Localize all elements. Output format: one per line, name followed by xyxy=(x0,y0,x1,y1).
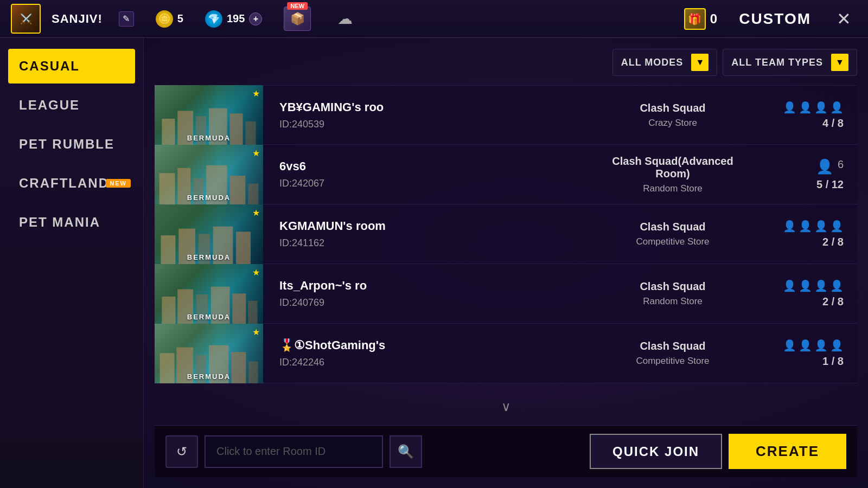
player-count: 2 / 8 xyxy=(822,296,844,308)
star-icon: ★ xyxy=(252,267,260,278)
player-icon: 👤 xyxy=(830,279,844,292)
player-icons: 👤 👤 👤 👤 xyxy=(783,279,844,292)
quick-join-label: QUICK JOIN xyxy=(612,444,699,459)
star-icon: ★ xyxy=(252,148,260,158)
player-icon: 👤 xyxy=(830,220,844,233)
diamonds-display: 💎 195 + xyxy=(205,10,262,28)
room-item[interactable]: ★ BERMUDA 🎖️①ShotGaming's ID:242246 Clas… xyxy=(155,324,857,383)
room-name: YB¥GAMING's roo xyxy=(279,100,580,114)
edit-profile-button[interactable]: ✎ xyxy=(119,11,134,27)
room-store: Competitive Store xyxy=(597,356,749,367)
player-icon: 👤 xyxy=(799,220,812,233)
modes-filter-label: ALL MODES xyxy=(621,57,684,68)
room-name: Its_Arpon~'s ro xyxy=(279,279,580,293)
room-thumbnail: ★ BERMUDA xyxy=(155,204,263,264)
coin-value: 5 xyxy=(177,12,183,25)
sidebar-item-pet-mania[interactable]: PET MANIA xyxy=(8,205,135,240)
modes-filter[interactable]: ALL MODES ▼ xyxy=(612,49,718,76)
room-id: ID:242067 xyxy=(279,178,580,189)
svg-rect-5 xyxy=(245,121,256,145)
room-item[interactable]: ★ BERMUDA YB¥GAMING's roo ID:240539 Clas… xyxy=(155,85,857,145)
player-icon: 👤 xyxy=(814,279,828,292)
close-button[interactable]: ✕ xyxy=(830,5,857,33)
sidebar-pet-rumble-label: PET RUMBLE xyxy=(19,137,114,151)
room-item[interactable]: ★ BERMUDA KGMAMUN's room ID:241162 Clash… xyxy=(155,204,857,264)
team-types-filter[interactable]: ALL TEAM TYPES ▼ xyxy=(723,49,857,76)
new-item-area: NEW 📦 xyxy=(284,7,311,31)
player-icon: 👤 xyxy=(814,339,828,352)
search-icon: 🔍 xyxy=(398,444,414,459)
room-name: 6vs6 xyxy=(279,159,580,174)
gift-icon: 🎁 xyxy=(684,8,706,30)
special-item-button[interactable]: 📦 xyxy=(284,7,311,31)
room-info: Its_Arpon~'s ro ID:240769 xyxy=(263,279,597,309)
team-types-arrow-icon: ▼ xyxy=(835,57,844,67)
room-map-label: BERMUDA xyxy=(187,253,231,261)
room-map-label: BERMUDA xyxy=(187,373,231,381)
player-count: 4 / 8 xyxy=(822,117,844,130)
sidebar-item-pet-rumble[interactable]: PET RUMBLE xyxy=(8,127,135,162)
svg-rect-4 xyxy=(230,113,243,145)
room-mode-area: Clash Squad Random Store xyxy=(597,280,749,307)
player-icon: 👤 xyxy=(816,158,833,175)
avatar[interactable]: ⚔️ xyxy=(11,4,41,34)
edit-icon: ✎ xyxy=(123,14,130,24)
sidebar-item-casual[interactable]: CASUAL xyxy=(8,49,135,84)
room-thumbnail: ★ BERMUDA xyxy=(155,264,263,324)
craftland-new-tag: NEW xyxy=(106,179,131,188)
right-panel: ALL MODES ▼ ALL TEAM TYPES ▼ xyxy=(144,38,868,488)
sidebar-item-craftland[interactable]: CRAFTLAND NEW xyxy=(8,166,135,201)
scroll-down-icon: ∨ xyxy=(501,399,511,414)
room-players-area: 👤 👤 👤 👤 2 / 8 xyxy=(749,279,857,308)
svg-rect-0 xyxy=(162,119,175,145)
svg-rect-21 xyxy=(232,293,246,324)
room-players-area: 👤 👤 👤 👤 4 / 8 xyxy=(749,101,857,130)
room-store: Random Store xyxy=(597,183,749,194)
sidebar-casual-label: CASUAL xyxy=(19,59,80,73)
player-icons: 👤 6 xyxy=(816,158,844,175)
player-icon: 👤 xyxy=(783,279,796,292)
download-button[interactable]: ☁ xyxy=(333,7,357,31)
room-list: ★ BERMUDA YB¥GAMING's roo ID:240539 Clas… xyxy=(155,85,857,388)
quick-join-button[interactable]: QUICK JOIN xyxy=(590,434,722,469)
player-count: 5 / 12 xyxy=(816,178,844,191)
room-thumbnail: ★ BERMUDA xyxy=(155,324,263,383)
refresh-button[interactable]: ↺ xyxy=(165,435,198,468)
create-button[interactable]: CREATE xyxy=(729,434,846,469)
player-count-inline: 6 xyxy=(835,158,844,175)
room-players-area: 👤 6 5 / 12 xyxy=(749,158,857,191)
gift-area: 🎁 0 xyxy=(684,8,717,30)
svg-rect-23 xyxy=(160,353,175,383)
room-map-label: BERMUDA xyxy=(187,134,231,142)
room-mode-area: Clash Squad(Advanced Room) Random Store xyxy=(597,155,749,194)
player-icons: 👤 👤 👤 👤 xyxy=(783,339,844,352)
room-item[interactable]: ★ BERMUDA 6vs6 ID:242067 Clash Squad(Adv… xyxy=(155,145,857,204)
bottom-bar: ↺ 🔍 QUICK JOIN CREATE xyxy=(155,425,857,477)
room-mode-area: Clash Squad Competitive Store xyxy=(597,221,749,247)
room-item[interactable]: ★ BERMUDA Its_Arpon~'s ro ID:240769 Clas… xyxy=(155,264,857,324)
add-diamonds-button[interactable]: + xyxy=(249,12,262,25)
team-types-dropdown-arrow: ▼ xyxy=(831,54,848,71)
sidebar-league-label: LEAGUE xyxy=(19,98,80,112)
room-mode-area: Clash Squad Crazy Store xyxy=(597,102,749,129)
room-map-label: BERMUDA xyxy=(187,194,231,202)
star-icon: ★ xyxy=(252,208,260,218)
search-button[interactable]: 🔍 xyxy=(390,435,422,468)
room-mode: Clash Squad xyxy=(597,280,749,293)
svg-rect-17 xyxy=(162,296,175,323)
plus-icon: + xyxy=(253,14,258,24)
room-mode: Clash Squad xyxy=(597,221,749,233)
player-count: 1 / 8 xyxy=(822,355,844,368)
filter-row: ALL MODES ▼ ALL TEAM TYPES ▼ xyxy=(155,49,857,76)
custom-label: CUSTOM xyxy=(739,10,811,28)
sidebar-item-league[interactable]: LEAGUE xyxy=(8,88,135,123)
room-store: Crazy Store xyxy=(597,118,749,129)
room-id: ID:241162 xyxy=(279,237,580,249)
username: SANJIV! xyxy=(52,12,103,26)
star-icon: ★ xyxy=(252,88,260,99)
coin-icon: 🪙 xyxy=(156,10,173,28)
player-count: 2 / 8 xyxy=(822,236,844,248)
room-id-input[interactable] xyxy=(205,435,383,468)
player-icon: 👤 xyxy=(799,279,812,292)
player-icon: 👤 xyxy=(799,101,812,114)
